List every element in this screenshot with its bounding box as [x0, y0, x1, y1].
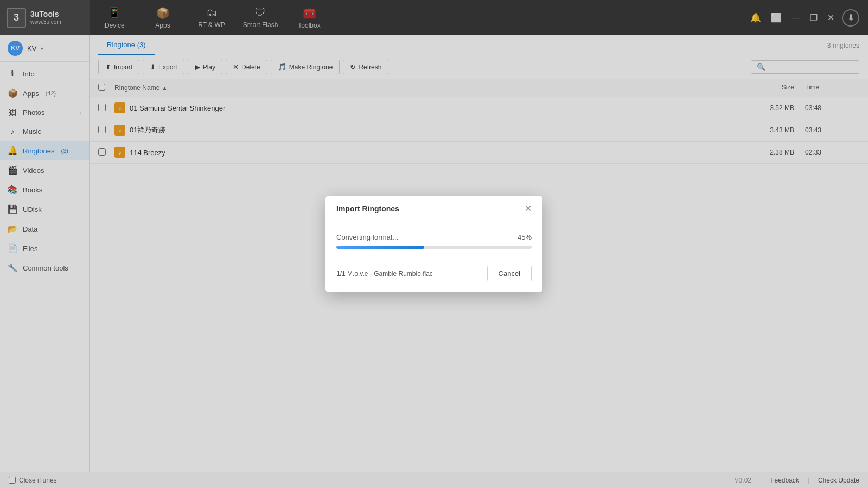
modal-header: Import Ringtones ✕ — [326, 196, 542, 222]
modal-body: Converting format... 45% 1/1 M.o.v.e - G… — [326, 222, 542, 292]
progress-label-row: Converting format... 45% — [336, 233, 532, 241]
file-label: 1/1 M.o.v.e - Gamble Rumble.flac — [336, 270, 433, 278]
progress-bar-bg — [336, 246, 532, 249]
modal-overlay: Import Ringtones ✕ Converting format... … — [0, 0, 868, 488]
import-ringtones-modal: Import Ringtones ✕ Converting format... … — [326, 196, 542, 292]
modal-title: Import Ringtones — [336, 204, 399, 213]
progress-bar-fill — [336, 246, 424, 249]
modal-footer-row: 1/1 M.o.v.e - Gamble Rumble.flac Cancel — [336, 266, 532, 281]
progress-status-label: Converting format... — [336, 233, 398, 241]
progress-divider — [336, 258, 532, 258]
progress-pct-label: 45% — [518, 233, 532, 241]
cancel-button[interactable]: Cancel — [487, 266, 532, 281]
modal-close-button[interactable]: ✕ — [525, 204, 532, 213]
